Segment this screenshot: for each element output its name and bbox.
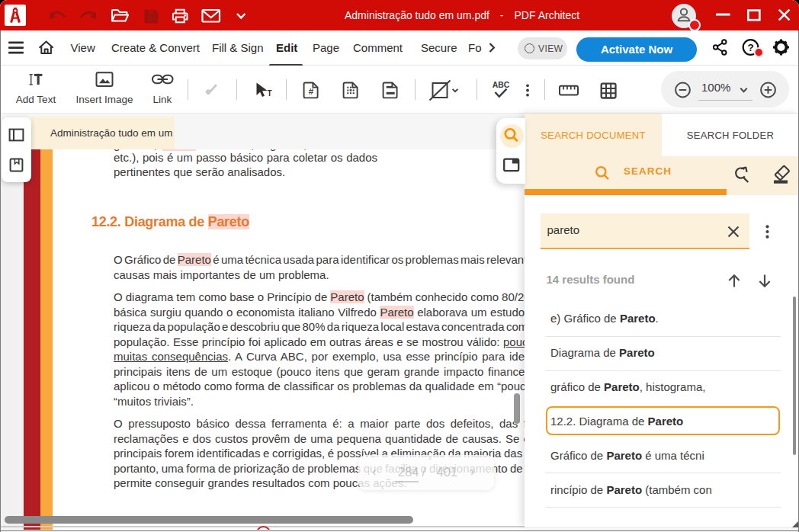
svg-text:ABC: ABC <box>493 80 510 89</box>
svg-text:T: T <box>268 89 272 98</box>
svg-text:?: ? <box>747 42 753 53</box>
svg-text:#: # <box>309 87 314 96</box>
